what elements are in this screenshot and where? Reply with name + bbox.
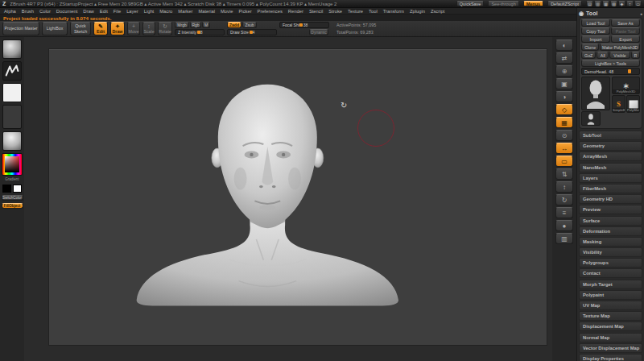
local-button[interactable]: ⊙ xyxy=(555,130,573,141)
secondary-color-swatch[interactable] xyxy=(13,185,22,193)
persp-button[interactable]: ◇ xyxy=(555,104,573,115)
demohead-thumb[interactable] xyxy=(581,111,601,126)
tool-section-item[interactable]: Masking xyxy=(579,237,642,247)
rotate-mode-button[interactable]: ↻ Rotate xyxy=(158,22,172,35)
menu-item[interactable]: Marker xyxy=(178,9,192,14)
zsub-toggle[interactable]: Zsub xyxy=(242,22,257,28)
clone-button[interactable]: Clone xyxy=(581,44,599,51)
tool-section-item[interactable]: Displacement Map xyxy=(579,322,642,331)
draw-mode-button[interactable]: ✦ Draw xyxy=(110,22,125,35)
lightbox-tools-button[interactable]: LightBox > Tools xyxy=(581,60,640,67)
gradient-label[interactable]: Gradient xyxy=(5,178,19,182)
menu-item[interactable]: Tool xyxy=(369,9,378,14)
main-color-swatch[interactable] xyxy=(2,185,11,193)
export-tool-button[interactable]: Export xyxy=(611,35,640,43)
menu-item[interactable]: Color xyxy=(39,9,51,14)
tool-section-item[interactable]: Morph Target xyxy=(579,280,642,289)
current-brush-thumbnail[interactable] xyxy=(2,39,22,59)
copy-tool-button[interactable]: Copy Tool xyxy=(581,27,610,35)
tool-section-item[interactable]: Texture Map xyxy=(579,311,642,321)
current-stroke-thumbnail[interactable] xyxy=(2,61,22,81)
menu-item[interactable]: Layer xyxy=(126,9,138,14)
tool-section-item[interactable]: Geometry HD xyxy=(579,194,642,204)
save-as-button[interactable]: Save As xyxy=(611,19,640,27)
xpose-button[interactable]: ≡ xyxy=(555,207,573,218)
color-saturation-square[interactable] xyxy=(5,156,19,172)
slider-handle[interactable] xyxy=(299,23,303,27)
tool-section-item[interactable]: Normal Map xyxy=(579,333,642,342)
slider-handle[interactable] xyxy=(628,69,631,73)
focal-shift-slider[interactable]: Focal Shift 38 xyxy=(279,22,329,28)
polymesh3d-star-thumb[interactable]: ∗ PolyMesh3D xyxy=(612,77,640,94)
menu-item[interactable]: Edit xyxy=(100,9,108,14)
current-texture-thumbnail[interactable] xyxy=(2,105,22,129)
tool-section-item[interactable]: Geometry xyxy=(579,141,642,151)
goz-all-button[interactable]: All xyxy=(597,52,609,59)
lsym-button[interactable]: ↔ xyxy=(555,143,573,154)
window-icon[interactable]: ▭ xyxy=(634,1,642,6)
move-3d-button[interactable]: ⇅ xyxy=(555,168,573,180)
switch-color-button[interactable]: SwitchColor xyxy=(2,195,23,201)
goz-button[interactable]: GoZ xyxy=(581,52,596,59)
doc-icon[interactable]: ▤ xyxy=(586,1,593,6)
mrgb-toggle[interactable]: Mrgb xyxy=(175,22,189,28)
tool-section-item[interactable]: Layers xyxy=(579,173,642,183)
load-tool-button[interactable]: Load Tool xyxy=(581,19,610,27)
goz-visible-button[interactable]: Visible xyxy=(609,52,630,59)
solo-button[interactable]: ● xyxy=(555,220,573,231)
bpr-render-button[interactable]: ◐ xyxy=(555,39,573,51)
frame-button[interactable]: ▭ xyxy=(555,156,573,167)
layout-icon[interactable]: ▦ xyxy=(602,1,609,6)
menu-item[interactable]: Transform xyxy=(383,9,404,14)
slider-handle[interactable] xyxy=(197,31,200,34)
tool-section-item[interactable]: Deformation xyxy=(579,226,642,236)
goz-r-button[interactable]: R xyxy=(631,52,640,59)
current-tool-slider[interactable]: DemoHead. 48 xyxy=(581,68,640,75)
current-alpha-thumbnail[interactable] xyxy=(2,83,22,102)
scale-mode-button[interactable]: ↕ Scale xyxy=(142,22,155,35)
tool-section-item[interactable]: Display Properties xyxy=(579,354,642,361)
menu-item[interactable]: Picker xyxy=(238,9,251,14)
tool-section-item[interactable]: FiberMesh xyxy=(579,184,642,193)
paste-tool-button[interactable]: Paste Tool xyxy=(611,27,640,35)
active-tool-preview[interactable] xyxy=(581,77,610,110)
scroll-button[interactable]: ⇄ xyxy=(555,52,573,64)
tool-section-item[interactable]: Vector Displacement Map xyxy=(579,343,642,353)
tool-palette-header[interactable]: ◉ Tool ● xyxy=(579,10,642,17)
menu-item[interactable]: Alpha xyxy=(4,9,16,14)
zoom-button[interactable]: ⊕ xyxy=(555,65,573,77)
tool-section-item[interactable]: Surface xyxy=(579,216,642,226)
tool-section-item[interactable]: Preview xyxy=(579,205,642,214)
scale-3d-button[interactable]: ↕ xyxy=(555,181,573,193)
see-through-slider[interactable]: See-through xyxy=(488,1,518,6)
move-mode-button[interactable]: + Move xyxy=(127,22,140,35)
tool-section-item[interactable]: Polygroups xyxy=(579,258,642,268)
import-tool-button[interactable]: Import xyxy=(581,35,610,43)
color-picker[interactable] xyxy=(2,153,23,176)
menu-item[interactable]: Zscript xyxy=(431,9,444,14)
slider-handle[interactable] xyxy=(250,31,253,34)
default-zscript-button[interactable]: DefaultZScript xyxy=(547,1,582,6)
document-canvas[interactable]: ↻ xyxy=(48,48,547,346)
sculpt-head-model[interactable] xyxy=(49,49,547,345)
tool-section-item[interactable]: Contact xyxy=(579,268,642,278)
tool-section-item[interactable]: Polypaint xyxy=(579,290,642,300)
menu-item[interactable]: Document xyxy=(56,9,77,14)
quicksave-button[interactable]: QuickSave xyxy=(456,1,485,6)
m-toggle[interactable]: M xyxy=(202,22,210,28)
divider-icon[interactable]: ▧ xyxy=(610,1,617,6)
tool-section-item[interactable]: SubTool xyxy=(579,131,642,140)
menu-item[interactable]: File xyxy=(114,9,121,14)
palette-dock-icon[interactable]: ● xyxy=(640,11,642,16)
tool-section-item[interactable]: UV Map xyxy=(579,301,642,310)
palette-icon[interactable]: ▥ xyxy=(594,1,601,6)
z-intensity-slider[interactable]: Z Intensity 28 xyxy=(175,29,225,35)
menu-item[interactable]: Material xyxy=(198,9,215,14)
transparent-button[interactable]: ▥ xyxy=(555,233,573,244)
menus-toggle[interactable]: Menus xyxy=(523,1,543,6)
dynamic-toggle[interactable]: Dynamic xyxy=(309,29,328,35)
actual-size-button[interactable]: ▣ xyxy=(555,78,573,89)
rotate-3d-button[interactable]: ↻ xyxy=(555,194,573,205)
rgb-toggle[interactable]: Rgb xyxy=(190,22,201,28)
zadd-toggle[interactable]: Zadd xyxy=(227,22,242,28)
